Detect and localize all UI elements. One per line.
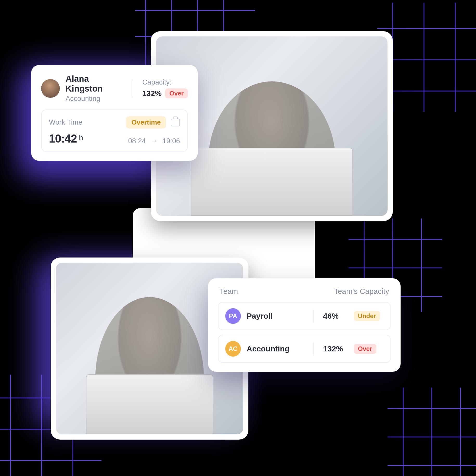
divider <box>313 343 314 355</box>
start-time: 08:24 <box>128 137 146 145</box>
divider <box>313 310 314 322</box>
team-header: Team <box>220 287 238 296</box>
team-capacity-percent: 46% <box>323 312 346 320</box>
work-time-panel: Work Time Overtime 10:42h 08:24 → 19:06 <box>41 110 188 152</box>
team-row: AC Accounting 132% Over <box>218 335 391 363</box>
arrow-right-icon: → <box>150 137 158 145</box>
employee-department: Accounting <box>66 95 125 103</box>
overtime-badge: Overtime <box>126 116 166 128</box>
team-row: PA Payroll 46% Under <box>218 302 391 330</box>
capacity-status-badge: Over <box>165 88 188 98</box>
team-abbr-badge: AC <box>225 341 241 357</box>
team-name: Accounting <box>247 344 290 353</box>
employee-name: Alana Kingston <box>66 74 125 94</box>
team-abbr-badge: PA <box>225 308 241 324</box>
team-capacity-percent: 132% <box>323 344 346 353</box>
end-time: 19:06 <box>162 137 180 145</box>
avatar <box>41 79 60 98</box>
work-time-range: 08:24 → 19:06 <box>128 137 180 145</box>
team-capacity-header: Team's Capacity <box>334 287 389 296</box>
capacity-label: Capacity: <box>142 78 188 86</box>
team-status-badge: Over <box>354 344 376 354</box>
team-name: Payroll <box>247 312 273 320</box>
work-time-label: Work Time <box>49 118 82 126</box>
employee-capacity-card: Alana Kingston Accounting Capacity: 132%… <box>31 65 198 161</box>
team-capacity-card: Team Team's Capacity PA Payroll 46% Unde… <box>208 278 401 372</box>
work-duration: 10:42h <box>49 132 83 145</box>
capacity-percent: 132% <box>142 89 162 98</box>
divider <box>133 79 133 98</box>
team-status-badge: Under <box>354 311 380 321</box>
briefcase-icon <box>171 119 180 126</box>
